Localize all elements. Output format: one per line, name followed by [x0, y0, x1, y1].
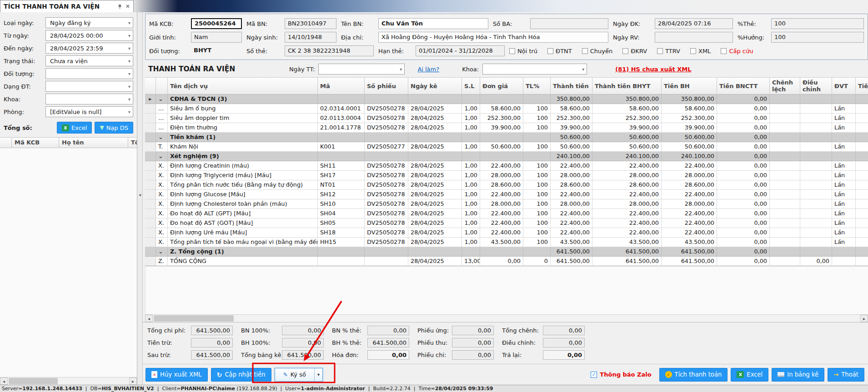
grid-cell[interactable] — [800, 161, 832, 171]
checkbox-checked-icon[interactable]: ✓ — [591, 372, 597, 378]
scrollbar-thumb[interactable] — [9, 378, 58, 384]
grid-cell[interactable] — [480, 94, 523, 104]
grid-cell[interactable]: Siêu âm doppler tim — [168, 114, 318, 123]
grid-cell[interactable]: 43.500,00 — [480, 238, 523, 247]
grid-cell[interactable]: Lần — [832, 114, 856, 123]
grid-cell[interactable]: DV25050277 — [365, 142, 408, 152]
grid-cell[interactable] — [365, 152, 408, 161]
grid-cell[interactable]: 28.000,00 — [592, 171, 662, 180]
grid-cell[interactable]: 39.900,00 — [662, 123, 717, 133]
grid-cell[interactable]: 100 — [523, 199, 551, 209]
checkbox-xml[interactable]: XML — [690, 48, 711, 55]
grid-header-Ngày kê[interactable]: Ngày kê — [408, 77, 462, 94]
row-indicator[interactable]: ▸ — [145, 94, 156, 104]
grid-cell[interactable]: 58.600,00 — [551, 104, 592, 114]
list-header-2[interactable]: Tổng CP — [128, 138, 137, 148]
checkbox-chuyển[interactable]: Chuyển — [582, 48, 613, 55]
grid-cell[interactable] — [408, 94, 462, 104]
grid-cell[interactable]: 1,00 — [462, 142, 480, 152]
grid-cell[interactable]: X. — [156, 209, 168, 218]
tab-tich-thanh-toan-ra-vien[interactable]: TÍCH THANH TOÁN RA VIỆN ✕ — [0, 0, 134, 12]
update-money-button[interactable]: Cập nhật tiền — [211, 368, 271, 382]
grid-data-row[interactable]: ...Siêu âm doppler tim02.0113.0004DV2505… — [145, 114, 868, 123]
grid-cell[interactable]: 28.600,00 — [592, 180, 662, 190]
grid-cell[interactable] — [408, 152, 462, 161]
row-indicator[interactable] — [145, 238, 156, 247]
grid-cell[interactable]: 22.400,00 — [662, 218, 717, 228]
grid-cell[interactable]: DV25050278 — [365, 114, 408, 123]
grid-cell[interactable]: 252.300,00 — [592, 114, 662, 123]
grid-cell[interactable]: 0,00 — [717, 199, 770, 209]
grid-cell[interactable]: 43.500,00 — [551, 238, 592, 247]
grid-cell[interactable]: Siêu âm ổ bụng — [168, 104, 318, 114]
grid-cell[interactable] — [480, 247, 523, 257]
grid-cell[interactable] — [462, 247, 480, 257]
grid-cell[interactable]: ... — [156, 104, 168, 114]
row-indicator[interactable] — [145, 218, 156, 228]
collapse-left-icon[interactable]: ◂ — [137, 185, 142, 204]
grid-cell[interactable] — [770, 104, 800, 114]
grid-cell[interactable]: 28/04/2025 — [408, 209, 462, 218]
row-indicator[interactable] — [145, 123, 156, 133]
grid-cell[interactable] — [318, 133, 365, 142]
checkbox-box-icon[interactable] — [582, 48, 588, 54]
grid-header-Thành tiền BHYT[interactable]: Thành tiền BHYT — [592, 77, 662, 94]
grid-cell[interactable]: NT01 — [318, 180, 365, 190]
grid-cell[interactable]: 50.600,00 — [592, 142, 662, 152]
grid-cell[interactable] — [770, 133, 800, 142]
grid-data-row[interactable]: X.Đo hoạt độ AST (GOT) [Máu]SH05DV250502… — [145, 218, 868, 228]
sidebar-splitter[interactable]: ◂ — [137, 12, 143, 385]
grid-cell[interactable]: 50.600,00 — [592, 133, 662, 142]
grid-data-row[interactable]: Z.TỔNG CỘNG28/04/202513,000,000641.500,0… — [145, 257, 868, 266]
grid-cell[interactable] — [770, 114, 800, 123]
scroll-left-arrow-icon[interactable]: ◂ — [145, 315, 153, 322]
grid-cell[interactable]: Định lượng Creatinin (máu) — [168, 161, 318, 171]
grid-cell[interactable]: 1,00 — [462, 180, 480, 190]
grid-cell[interactable]: 22.400,00 — [592, 161, 662, 171]
xml-pending-link[interactable]: (81) HS chưa xuất XML — [615, 66, 691, 73]
grid-cell[interactable]: 100 — [523, 238, 551, 247]
grid-cell[interactable] — [856, 104, 868, 114]
grid-cell[interactable]: 22.400,00 — [551, 218, 592, 228]
grid-header-Số phiếu[interactable]: Số phiếu — [365, 77, 408, 94]
checkbox-đtnt[interactable]: ĐTNT — [547, 48, 572, 55]
grid-cell[interactable] — [318, 94, 365, 104]
grid-cell[interactable]: 100 — [523, 114, 551, 123]
grid-cell[interactable] — [856, 238, 868, 247]
grid-cell[interactable] — [856, 123, 868, 133]
grid-cell[interactable]: ... — [156, 114, 168, 123]
excel-button[interactable]: Excel — [731, 368, 768, 382]
grid-cell[interactable]: Lần — [832, 199, 856, 209]
grid-cell[interactable]: 0,00 — [480, 257, 523, 266]
grid-cell[interactable]: 43.500,00 — [592, 238, 662, 247]
row-indicator[interactable] — [145, 247, 156, 257]
grid-cell[interactable]: T. — [156, 142, 168, 152]
grid-cell[interactable]: 28.000,00 — [592, 199, 662, 209]
grid-cell[interactable]: Lần — [832, 161, 856, 171]
grid-cell[interactable]: 1,00 — [462, 190, 480, 199]
grid-header-Thành tiền[interactable]: Thành tiền — [551, 77, 592, 94]
grid-cell[interactable]: Lần — [832, 104, 856, 114]
grid-cell[interactable]: Tiền khám (1) — [168, 133, 318, 142]
checkbox-nội-trú[interactable]: Nội trú — [509, 48, 537, 55]
grid-cell[interactable] — [856, 133, 868, 142]
digital-sign-button[interactable]: Ký số▾ — [275, 368, 323, 382]
grid-cell[interactable]: 350.800,00 — [592, 94, 662, 104]
grid-cell[interactable]: 100 — [523, 161, 551, 171]
grid-data-row[interactable]: X.Đo hoạt độ ALT (GPT) [Máu]SH04DV250502… — [145, 209, 868, 218]
grid-cell[interactable] — [800, 123, 832, 133]
grid-data-row[interactable]: ...Điện tim thường21.0014.1778DV25050278… — [145, 123, 868, 133]
grid-cell[interactable]: Lần — [832, 209, 856, 218]
grid-cell[interactable]: Tổng phân tích nước tiểu (Bằng máy tự độ… — [168, 180, 318, 190]
filter-combo-den-ngay[interactable]: 28/04/2025 23:59 — [45, 43, 133, 54]
group-expand-icon[interactable]: ⌄ — [156, 247, 168, 257]
grid-cell[interactable]: Lần — [832, 218, 856, 228]
grid-cell[interactable]: X. — [156, 199, 168, 209]
grid-header-Mã[interactable]: Mã — [318, 77, 365, 94]
grid-cell[interactable]: DV25050278 — [365, 123, 408, 133]
grid-cell[interactable]: SH12 — [318, 190, 365, 199]
filter-combo-loai-ngay[interactable]: Ngày đăng ký — [45, 17, 133, 28]
row-indicator[interactable] — [145, 142, 156, 152]
digital-sign-main[interactable]: Ký số — [275, 368, 314, 381]
grid-cell[interactable] — [480, 152, 523, 161]
